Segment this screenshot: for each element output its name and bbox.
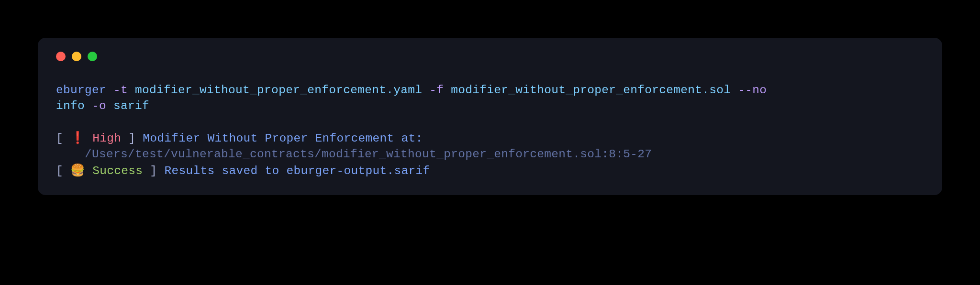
flag-no: --no (738, 84, 767, 97)
bracket-open: [ (56, 132, 70, 145)
success-message: Results saved to eburger-output.sarif (157, 164, 430, 177)
minimize-button[interactable] (72, 52, 81, 61)
window-title-bar (56, 52, 924, 61)
terminal-window: eburger -t modifier_without_proper_enfor… (38, 38, 942, 195)
burger-icon: 🍔 (70, 164, 85, 176)
arg-info: info (56, 99, 85, 112)
command-line-1: eburger -t modifier_without_proper_enfor… (56, 82, 924, 98)
severity-label: High (85, 132, 121, 145)
finding-title: Modifier Without Proper Enforcement at: (135, 132, 423, 145)
flag-f: -f (429, 84, 444, 97)
command-line-2: info -o sarif (56, 98, 924, 114)
close-button[interactable] (56, 52, 66, 61)
bracket-close: ] (143, 164, 157, 177)
terminal-content[interactable]: eburger -t modifier_without_proper_enfor… (56, 82, 924, 179)
bracket-open: [ (56, 164, 70, 177)
finding-path: /Users/test/vulnerable_contracts/modifie… (56, 148, 652, 161)
maximize-button[interactable] (88, 52, 97, 61)
command-program: eburger (56, 84, 106, 97)
finding-line: [ ❗ High ] Modifier Without Proper Enfor… (56, 130, 924, 146)
success-label: Success (85, 164, 143, 177)
arg-template: modifier_without_proper_enforcement.yaml (135, 84, 422, 97)
blank-line (56, 114, 924, 130)
flag-t: -t (113, 84, 128, 97)
alert-icon: ❗ (70, 131, 85, 144)
success-line: [ 🍔 Success ] Results saved to eburger-o… (56, 162, 924, 179)
bracket-close: ] (121, 132, 135, 145)
arg-file: modifier_without_proper_enforcement.sol (451, 84, 731, 97)
arg-output: sarif (113, 99, 149, 112)
flag-o: -o (92, 99, 106, 112)
finding-path-line: /Users/test/vulnerable_contracts/modifie… (56, 146, 924, 162)
